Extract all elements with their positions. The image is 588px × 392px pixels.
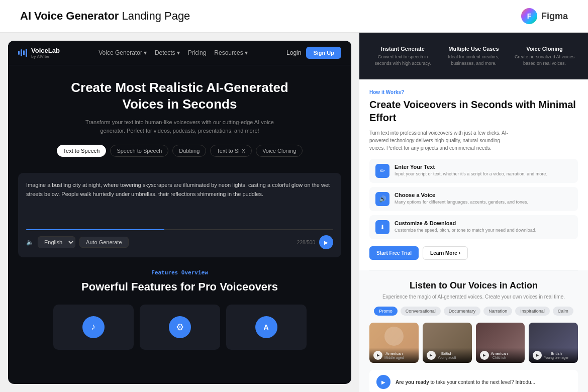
audio-player-row: ▶ Are you ready to take your content to … xyxy=(369,370,578,392)
audio-play-button[interactable]: ▶ xyxy=(376,375,390,389)
top-card-cloning: Voice Cloning Create personalized AI voi… xyxy=(509,41,580,71)
step-1-text: Enter Your Text Input your script or tex… xyxy=(395,164,547,177)
hero-title: Create Most Realistic AI-Generated Voice… xyxy=(64,79,296,112)
voice-3-sublabel: Child-ish xyxy=(491,356,508,359)
hero-section: Create Most Realistic AI-Generated Voice… xyxy=(8,65,351,173)
listen-desc: Experience the magic of AI-generated voi… xyxy=(369,294,578,300)
logo-sub: by AIVibe xyxy=(31,54,60,59)
logo-name: VoiceLab xyxy=(31,47,60,54)
char-count: 228/500 xyxy=(297,240,315,245)
voice-4-sublabel: Young teenager xyxy=(544,356,568,359)
text-footer: 🔈 English Auto Generate 228/500 ▶ xyxy=(26,235,333,249)
voice-tab-calm[interactable]: Calm xyxy=(553,307,573,316)
how-title: Create Voiceovers in Seconds with Minima… xyxy=(369,98,578,124)
login-button[interactable]: Login xyxy=(286,49,301,56)
nav-link-label: Pricing xyxy=(188,49,207,56)
chevron-down-icon: ▾ xyxy=(177,49,180,56)
logo-bar-2 xyxy=(21,49,22,56)
chevron-down-icon: ▾ xyxy=(245,49,248,56)
top-card-instant: Instant Generate Convert text to speech … xyxy=(367,41,438,71)
voice-cards: ▶ American Middle-aged ▶ British Young a… xyxy=(369,323,578,363)
learn-more-button[interactable]: Learn More › xyxy=(423,246,468,260)
nav-link-label: Resources xyxy=(214,49,243,56)
voice-3-label: American xyxy=(491,351,508,356)
nav-bar: VoiceLab by AIVibe Voice Generator ▾ Det… xyxy=(8,41,351,65)
voice-play-1[interactable]: ▶ xyxy=(373,351,382,360)
voice-1-label: American xyxy=(384,351,404,356)
text-content[interactable]: Imagine a bustling city at night, where … xyxy=(26,181,333,221)
top-card-cloning-desc: Create personalized AI voices based on r… xyxy=(513,54,576,66)
feature-card-2: ⚙ xyxy=(140,305,220,350)
how-desc: Turn text into professional voiceovers w… xyxy=(369,129,510,152)
voice-1-info: American Middle-aged xyxy=(384,351,404,360)
music-icon: ♪ xyxy=(82,316,105,338)
voice-3-info: American Child-ish xyxy=(491,351,508,360)
voice-tab-inspirational[interactable]: Inspirational xyxy=(515,307,550,316)
nav-link-label: Detects xyxy=(155,49,175,56)
listen-title: Listen to Our Voices in Action xyxy=(369,280,578,291)
nav-link-voice-generator[interactable]: Voice Generator ▾ xyxy=(99,49,147,56)
audio-text-bold: Are you ready xyxy=(396,379,429,385)
features-title: Powerful Features for Pro Voiceovers xyxy=(18,280,341,295)
voice-tab-promo[interactable]: Promo xyxy=(374,307,398,316)
nav-link-detects[interactable]: Detects ▾ xyxy=(155,49,180,56)
voice-play-4[interactable]: ▶ xyxy=(533,351,542,360)
hero-subtitle: Transform your text into human-like voic… xyxy=(84,118,275,135)
tab-text-to-speech[interactable]: Text to Speech xyxy=(57,145,107,157)
play-button[interactable]: ▶ xyxy=(319,235,333,249)
voice-play-3[interactable]: ▶ xyxy=(480,351,489,360)
feature-cards: ♪ ⚙ A xyxy=(18,305,341,350)
language-select[interactable]: English xyxy=(38,236,75,248)
left-panel: VoiceLab by AIVibe Voice Generator ▾ Det… xyxy=(0,33,359,392)
top-card-cloning-title: Voice Cloning xyxy=(513,46,576,52)
top-card-usecases-desc: Ideal for content creators, businesses, … xyxy=(442,54,505,66)
voice-tab-narration[interactable]: Narration xyxy=(483,307,512,316)
tab-text-to-sfx[interactable]: Text to SFX xyxy=(210,145,252,157)
voice-play-2[interactable]: ▶ xyxy=(427,351,436,360)
tab-dubbing[interactable]: Dubbing xyxy=(172,145,206,157)
text-counter-area: 228/500 ▶ xyxy=(297,235,333,249)
voice-tab-documentary[interactable]: Documentary xyxy=(444,307,481,316)
voice-mode-tabs: Text to Speech Speech to Speech Dubbing … xyxy=(28,145,331,157)
face-1 xyxy=(384,327,404,346)
start-free-trial-button[interactable]: Start Free Trial xyxy=(369,246,419,260)
tab-speech-to-speech[interactable]: Speech to Speech xyxy=(110,145,168,157)
nav-link-resources[interactable]: Resources ▾ xyxy=(214,49,247,56)
figma-icon: F xyxy=(521,8,537,24)
how-steps: ✏ Enter Your Text Input your script or t… xyxy=(369,159,578,239)
voice-1-sublabel: Middle-aged xyxy=(384,356,404,359)
how-step-1: ✏ Enter Your Text Input your script or t… xyxy=(369,159,578,183)
figma-badge: F Figma xyxy=(521,8,568,24)
right-panel: Instant Generate Convert text to speech … xyxy=(359,33,588,392)
voice-4-info: British Young teenager xyxy=(544,351,568,360)
step-3-text: Customize & Download Customize the speed… xyxy=(395,220,536,234)
voice-2-sublabel: Young adult xyxy=(438,356,456,359)
logo-bar-1 xyxy=(18,51,20,55)
tab-voice-cloning[interactable]: Voice Cloning xyxy=(256,145,303,157)
nav-link-pricing[interactable]: Pricing xyxy=(188,49,207,56)
voice-card-3: ▶ American Child-ish xyxy=(476,323,525,363)
step-2-title: Choose a Voice xyxy=(395,192,528,198)
voice-card-3-overlay: ▶ American Child-ish xyxy=(476,348,525,363)
edit-icon: ✏ xyxy=(375,164,389,178)
nav-link-label: Voice Generator xyxy=(99,49,142,56)
how-it-works-section: How it Works? Create Voiceovers in Secon… xyxy=(359,79,588,270)
audio-text-suffix: to take your content to the next level? … xyxy=(430,379,535,385)
voice-card-1-overlay: ▶ American Middle-aged xyxy=(369,348,419,363)
features-label: Features Overview xyxy=(18,269,341,276)
text-footer-left: 🔈 English Auto Generate xyxy=(26,236,129,248)
how-buttons: Start Free Trial Learn More › xyxy=(369,246,578,260)
voice-card-2-overlay: ▶ British Young adult xyxy=(423,348,472,363)
how-step-3: ⬇ Customize & Download Customize the spe… xyxy=(369,215,578,239)
step-1-title: Enter Your Text xyxy=(395,164,547,170)
top-header: AI Voice Generator Landing Page F Figma xyxy=(0,0,588,33)
voice-tab-conversational[interactable]: Conversational xyxy=(401,307,441,316)
top-card-usecases: Multiple Use Cases Ideal for content cre… xyxy=(438,41,509,71)
logo: VoiceLab by AIVibe xyxy=(18,47,60,59)
signup-button[interactable]: Sign Up xyxy=(306,47,341,59)
text-input-box: Imagine a bustling city at night, where … xyxy=(18,173,341,257)
figma-label: Figma xyxy=(541,11,568,22)
logo-icon xyxy=(18,49,27,57)
download-icon: ⬇ xyxy=(375,220,389,234)
auto-generate-button[interactable]: Auto Generate xyxy=(79,237,129,248)
